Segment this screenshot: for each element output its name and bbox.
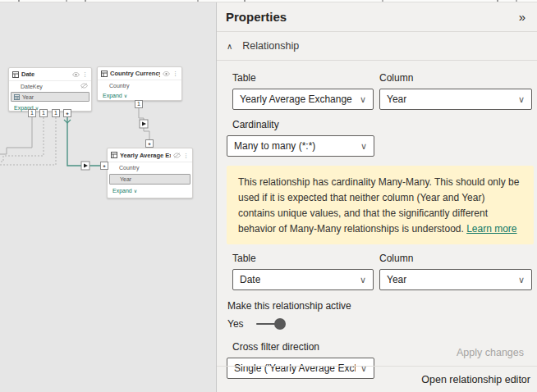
relationship-line-inactive-3[interactable] <box>0 117 56 165</box>
expand-label: Expand <box>103 93 122 98</box>
calendar-icon <box>14 94 20 100</box>
table-card-date[interactable]: Date ⋮ DateKey Year Expand ∨ <box>8 67 92 112</box>
app-window: 1 1 1 * 1 * * Date ⋮ DateKey Year Expand <box>0 0 537 392</box>
cardinality-label: Cardinality <box>232 119 532 130</box>
eye-icon[interactable] <box>163 71 170 76</box>
cardinality-marker-many: * <box>100 162 108 170</box>
active-toggle-row: Yes <box>227 317 532 331</box>
column1-label: Column <box>379 72 532 84</box>
relationship-line-inactive-2[interactable] <box>0 117 44 162</box>
column2-value: Year <box>387 274 406 285</box>
filter-direction-arrow-icon <box>140 120 148 128</box>
more-options-icon[interactable]: ⋮ <box>183 153 189 158</box>
active-relationship-label: Make this relationship active <box>227 300 532 312</box>
more-options-icon[interactable]: ⋮ <box>172 71 178 76</box>
model-canvas[interactable]: 1 1 1 * 1 * * Date ⋮ DateKey Year Expand <box>0 0 216 392</box>
expand-label: Expand <box>112 188 132 194</box>
cardinality-value: Many to many (*:*) <box>234 140 315 152</box>
column2-dropdown[interactable]: Year ∨ <box>379 269 532 290</box>
table2-dropdown[interactable]: Date ∨ <box>232 269 374 290</box>
open-relationship-editor-button[interactable]: Open relationship editor <box>421 374 530 385</box>
table-card-country-currency[interactable]: Country Currency For... ⋮ Country Expand… <box>97 66 182 101</box>
table1-value: Yearly Average Exchange Rates <box>240 93 355 105</box>
table-card-yearly-average[interactable]: Yearly Average Excha... ⋮ Country Year E… <box>107 148 193 198</box>
more-options-icon[interactable]: ⋮ <box>82 71 88 77</box>
field-label: DateKey <box>21 84 43 89</box>
table-title: Date <box>21 71 70 78</box>
eye-icon[interactable] <box>72 72 80 77</box>
chevron-down-icon: ∨ <box>134 188 137 194</box>
field-label: Year <box>112 176 131 182</box>
field-label: Country <box>109 83 130 89</box>
column1-value: Year <box>387 93 406 105</box>
pane-title: Properties <box>226 10 287 24</box>
expand-link[interactable]: Expand ∨ <box>108 185 192 196</box>
cardinality-marker: 1 <box>28 109 36 117</box>
collapse-pane-icon[interactable]: » <box>519 10 526 24</box>
table2-value: Date <box>240 274 260 285</box>
table-icon <box>111 152 117 158</box>
cardinality-marker-many: * <box>145 139 154 148</box>
filter-direction-arrow-icon <box>81 162 90 170</box>
top-edge-strip <box>0 0 537 2</box>
cardinality-marker: 1 <box>52 109 60 117</box>
cardinality-marker: 1 <box>39 109 48 117</box>
relationship-line-selected[interactable] <box>67 117 100 166</box>
properties-pane-header: Properties » <box>217 0 537 31</box>
active-toggle[interactable] <box>256 318 286 330</box>
eye-slash-icon[interactable] <box>80 83 88 89</box>
cardinality-dropdown[interactable]: Many to many (*:*) ∨ <box>227 135 374 157</box>
field-row-datekey[interactable]: DateKey <box>9 81 91 91</box>
table-card-header[interactable]: Date ⋮ <box>9 68 91 81</box>
table-icon <box>101 71 108 77</box>
relationship-line-inactive-1[interactable] <box>0 117 32 154</box>
pane-footer: Apply changes Open relationship editor <box>217 344 537 392</box>
field-row-country[interactable]: Country <box>98 80 181 90</box>
field-label: Country <box>119 165 140 171</box>
relationship-section-header[interactable]: ∧ Relationship <box>217 32 537 60</box>
table-title: Yearly Average Excha... <box>120 152 171 159</box>
properties-pane: Properties » ∧ Relationship Table Yearly… <box>216 0 537 392</box>
table-title: Country Currency For... <box>110 70 160 77</box>
learn-more-link[interactable]: Learn more <box>466 223 516 235</box>
table2-label: Table <box>232 253 374 264</box>
field-row-country[interactable]: Country <box>108 162 192 173</box>
relationship-form: Table Yearly Average Exchange Rates ∨ Co… <box>217 61 537 379</box>
column1-dropdown[interactable]: Year ∨ <box>379 89 532 110</box>
chevron-down-icon: ∨ <box>518 275 525 285</box>
field-row-year-selected[interactable]: Year <box>109 174 190 185</box>
chevron-down-icon: ∨ <box>360 94 366 105</box>
table-card-header[interactable]: Country Currency For... ⋮ <box>98 67 181 80</box>
table1-dropdown[interactable]: Yearly Average Exchange Rates ∨ <box>232 89 374 110</box>
field-row-year-selected[interactable]: Year <box>11 92 90 102</box>
top-edge-artifacts <box>18 0 20 2</box>
chevron-down-icon: ∨ <box>360 141 367 152</box>
table1-label: Table <box>232 72 374 84</box>
cardinality-warning-box: This relationship has cardinality Many-M… <box>227 166 534 244</box>
chevron-down-icon: ∨ <box>124 93 127 98</box>
toggle-knob[interactable] <box>274 318 286 330</box>
chevron-down-icon: ∨ <box>518 94 525 105</box>
eye-slash-icon[interactable] <box>173 153 181 158</box>
column2-label: Column <box>379 253 532 264</box>
apply-changes-button[interactable]: Apply changes <box>457 347 524 358</box>
field-label: Year <box>22 94 34 100</box>
table-icon <box>12 71 19 78</box>
cardinality-marker: 1 <box>135 100 143 108</box>
section-label: Relationship <box>242 40 299 52</box>
chevron-down-icon: ∨ <box>360 275 366 285</box>
expand-link[interactable]: Expand ∨ <box>9 103 91 113</box>
toggle-state-label: Yes <box>227 318 244 330</box>
table-card-header[interactable]: Yearly Average Excha... ⋮ <box>108 148 192 162</box>
cardinality-marker-many: * <box>63 109 71 117</box>
chevron-up-icon[interactable]: ∧ <box>227 42 232 51</box>
